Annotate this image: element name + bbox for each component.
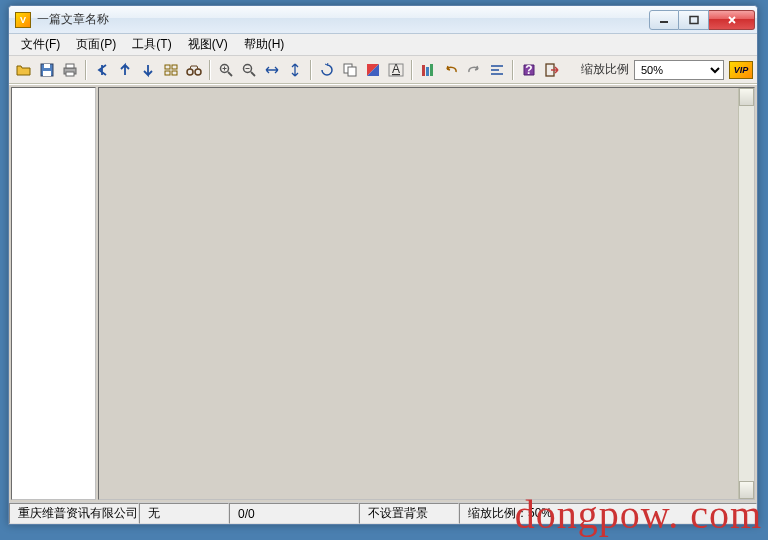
status-background: 不设置背景 [359,503,459,524]
undo-icon[interactable] [440,59,462,81]
maximize-button[interactable] [679,10,709,30]
copy-icon[interactable] [339,59,361,81]
zoom-in-icon[interactable] [215,59,237,81]
redo-icon[interactable] [463,59,485,81]
contrast-icon[interactable] [362,59,384,81]
svg-rect-24 [430,64,433,76]
svg-rect-9 [172,65,177,69]
svg-rect-4 [43,71,51,76]
document-canvas[interactable] [98,87,755,500]
svg-line-15 [228,72,232,76]
separator [209,60,211,80]
zoom-out-icon[interactable] [238,59,260,81]
next-page-icon[interactable] [137,59,159,81]
window-title: 一篇文章名称 [37,11,649,28]
menu-view[interactable]: 视图(V) [180,34,236,55]
vip-badge-icon[interactable]: VIP [729,61,753,79]
prev-page-icon[interactable] [114,59,136,81]
svg-rect-11 [172,71,177,75]
svg-line-17 [251,72,255,76]
menu-tools[interactable]: 工具(T) [124,34,179,55]
svg-rect-22 [422,65,425,76]
svg-rect-7 [66,72,74,76]
menu-bar: 文件(F) 页面(P) 工具(T) 视图(V) 帮助(H) [9,34,757,56]
fit-height-icon[interactable] [284,59,306,81]
svg-rect-10 [165,71,170,75]
svg-rect-3 [44,64,50,68]
separator [512,60,514,80]
align-icon[interactable] [486,59,508,81]
separator [411,60,413,80]
zoom-label: 缩放比例 [581,61,629,78]
print-icon[interactable] [59,59,81,81]
svg-rect-23 [426,67,429,76]
status-zoom: 缩放比例：50% [459,503,757,524]
svg-rect-19 [348,67,356,76]
first-page-icon[interactable] [91,59,113,81]
status-page: 0/0 [229,503,359,524]
side-panel[interactable] [11,87,96,500]
status-company: 重庆维普资讯有限公司 [9,503,139,524]
app-window: 一篇文章名称 文件(F) 页面(P) 工具(T) 视图(V) 帮助(H) A [8,5,758,525]
help-icon[interactable]: ? [518,59,540,81]
binoculars-icon[interactable] [183,59,205,81]
bookshelf-icon[interactable] [417,59,439,81]
status-value: 无 [139,503,229,524]
fit-width-icon[interactable] [261,59,283,81]
svg-text:A: A [392,62,400,76]
app-icon [15,12,31,28]
menu-page[interactable]: 页面(P) [68,34,124,55]
open-icon[interactable] [13,59,35,81]
vertical-scrollbar[interactable] [738,88,754,499]
rotate-icon[interactable] [316,59,338,81]
exit-icon[interactable] [541,59,563,81]
svg-rect-6 [66,64,74,68]
zoom-select[interactable]: 50% [634,60,724,80]
thumbnail-icon[interactable] [160,59,182,81]
svg-rect-1 [690,16,698,23]
content-area [9,84,757,502]
minimize-button[interactable] [649,10,679,30]
title-bar: 一篇文章名称 [9,6,757,34]
svg-text:?: ? [525,63,532,77]
svg-point-12 [187,69,193,75]
svg-point-13 [195,69,201,75]
separator [85,60,87,80]
status-bar: 重庆维普资讯有限公司 无 0/0 不设置背景 缩放比例：50% [9,502,757,524]
annotation-icon[interactable]: A [385,59,407,81]
close-button[interactable] [709,10,755,30]
toolbar: A ? 缩放比例 50% VIP [9,56,757,84]
menu-help[interactable]: 帮助(H) [236,34,293,55]
save-icon[interactable] [36,59,58,81]
window-buttons [649,10,755,30]
menu-file[interactable]: 文件(F) [13,34,68,55]
svg-rect-8 [165,65,170,69]
separator [310,60,312,80]
